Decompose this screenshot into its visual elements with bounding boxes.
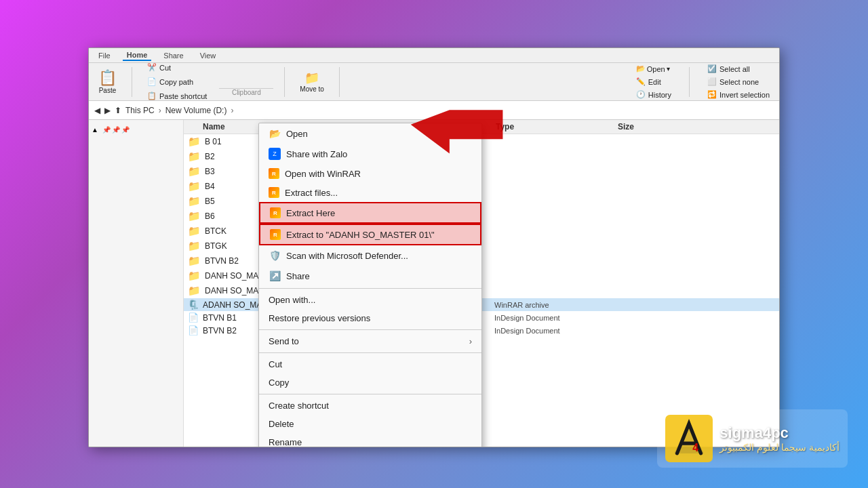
tab-file[interactable]: File bbox=[94, 51, 115, 60]
folder-icon: 📁 bbox=[188, 225, 201, 237]
tab-share[interactable]: Share bbox=[159, 51, 187, 60]
open-label: Open bbox=[647, 65, 665, 73]
ctx-share-zalo-label: Share with Zalo bbox=[286, 149, 347, 159]
divider-4 bbox=[689, 67, 690, 97]
folder-icon: 📁 bbox=[188, 150, 201, 163]
logo-arabic-text: أكاديمية سيجما لعلوم الكمبيوتر bbox=[719, 442, 840, 453]
select-all-label: Select all bbox=[719, 65, 750, 73]
file-type: WinRAR archive bbox=[494, 301, 616, 309]
ctx-delete[interactable]: Delete bbox=[259, 415, 481, 433]
open-btn-row: 📂 Open ▾ bbox=[632, 62, 675, 75]
select-all-button[interactable]: ☑️ Select all bbox=[703, 62, 774, 75]
breadcrumb-thispc[interactable]: This PC bbox=[125, 106, 155, 115]
paste-label: Paste bbox=[99, 87, 117, 94]
indesign-icon-1: 📄 bbox=[188, 312, 199, 323]
nav-up[interactable]: ⬆ bbox=[115, 106, 121, 115]
ctx-scan[interactable]: 🛡️ Scan with Microsoft Defender... bbox=[259, 245, 481, 266]
ctx-extract-to-icon: R bbox=[270, 229, 281, 240]
ctx-open-with[interactable]: Open with... bbox=[259, 291, 481, 309]
ctx-send-to-label: Send to bbox=[269, 336, 299, 346]
copy-path-button[interactable]: 📄 Copy path bbox=[143, 75, 211, 88]
ctx-rename[interactable]: Rename bbox=[259, 433, 481, 447]
move-to-button[interactable]: 📁 Move to bbox=[296, 68, 328, 95]
history-icon: 🕐 bbox=[636, 90, 646, 99]
ctx-extract-files[interactable]: R Extract files... bbox=[259, 183, 481, 202]
ctx-sep-1 bbox=[259, 288, 481, 289]
ctx-share[interactable]: ↗️ Share bbox=[259, 266, 481, 286]
ctx-open-winrar-label: Open with WinRAR bbox=[285, 169, 361, 179]
paste-shortcut-button[interactable]: 📋 Paste shortcut bbox=[143, 89, 211, 102]
invert-icon: 🔁 bbox=[707, 90, 717, 99]
ctx-delete-label: Delete bbox=[269, 419, 294, 429]
nav-forward[interactable]: ▶ bbox=[104, 106, 111, 115]
invert-selection-button[interactable]: 🔁 Invert selection bbox=[703, 88, 774, 101]
column-type[interactable]: Type bbox=[496, 122, 618, 131]
breadcrumb-volume[interactable]: New Volume (D:) bbox=[165, 106, 227, 115]
select-none-button[interactable]: ⬜ Select none bbox=[703, 75, 774, 88]
ctx-shield-icon: 🛡️ bbox=[269, 249, 281, 262]
sidebar-pin-top-icon[interactable]: 📌 bbox=[102, 126, 111, 134]
sidebar-pin3-icon[interactable]: 📌 bbox=[121, 126, 130, 134]
ctx-create-shortcut-label: Create shortcut bbox=[269, 401, 329, 411]
select-none-label: Select none bbox=[719, 78, 759, 86]
ctx-sep-4 bbox=[259, 394, 481, 394]
select-all-icon: ☑️ bbox=[707, 64, 717, 73]
column-size[interactable]: Size bbox=[618, 122, 672, 131]
ctx-scan-label: Scan with Microsoft Defender... bbox=[286, 251, 408, 261]
sidebar-expand-icon[interactable]: ▲ bbox=[92, 126, 98, 134]
ctx-create-shortcut[interactable]: Create shortcut bbox=[259, 396, 481, 415]
cut-icon: ✂️ bbox=[147, 63, 157, 72]
folder-icon: 📁 bbox=[188, 255, 201, 267]
svg-marker-1 bbox=[411, 110, 503, 153]
folder-icon: 📁 bbox=[188, 136, 201, 148]
file-type: InDesign Document bbox=[494, 314, 616, 322]
folder-icon: 📁 bbox=[188, 180, 201, 192]
paste-shortcut-icon: 📋 bbox=[147, 92, 157, 100]
ctx-cut[interactable]: Cut bbox=[259, 355, 481, 373]
tab-home[interactable]: Home bbox=[123, 50, 152, 61]
cut-button[interactable]: ✂️ Cut bbox=[143, 61, 211, 74]
copy-path-label: Copy path bbox=[159, 78, 193, 86]
paste-button[interactable]: 📋 Paste bbox=[94, 67, 121, 96]
file-type: InDesign Document bbox=[494, 327, 616, 335]
select-none-icon: ⬜ bbox=[707, 77, 717, 86]
ctx-extract-here[interactable]: R Extract Here bbox=[259, 202, 481, 224]
ctx-sep-2 bbox=[259, 329, 481, 330]
move-to-label: Move to bbox=[300, 85, 324, 93]
cut-label: Cut bbox=[159, 64, 171, 72]
logo-area: 4 sigma4pc أكاديمية سيجما لعلوم الكمبيوت… bbox=[657, 409, 848, 468]
ribbon-right: 📂 Open ▾ ✏️ Edit 🕐 History ☑️ bbox=[632, 62, 774, 101]
invert-label: Invert selection bbox=[719, 91, 770, 99]
paste-icon: 📋 bbox=[98, 69, 117, 87]
clipboard-group-label: Clipboard bbox=[219, 88, 273, 98]
divider-1 bbox=[132, 67, 132, 97]
red-arrow-pointer bbox=[400, 100, 509, 168]
winrar-file-icon: 🗜️ bbox=[188, 300, 199, 310]
open-icon: 📂 bbox=[636, 64, 646, 73]
ctx-send-to[interactable]: Send to › bbox=[259, 332, 481, 350]
sigma-logo-icon: 4 bbox=[665, 415, 713, 462]
edit-button[interactable]: ✏️ Edit bbox=[632, 75, 675, 88]
open-dropdown-icon[interactable]: ▾ bbox=[667, 65, 670, 73]
tab-view[interactable]: View bbox=[196, 51, 220, 60]
history-label: History bbox=[648, 91, 671, 99]
ctx-zalo-icon: Z bbox=[269, 148, 281, 160]
ctx-winrar-icon: R bbox=[269, 168, 279, 179]
ctx-restore[interactable]: Restore previous versions bbox=[259, 309, 481, 327]
sidebar-collapse-row: ▲ 📌 📌 📌 bbox=[89, 124, 183, 136]
context-menu: 📂 Open Z Share with Zalo R Open with Win… bbox=[258, 123, 482, 447]
nav-back[interactable]: ◀ bbox=[94, 106, 100, 115]
sidebar-pin2-icon[interactable]: 📌 bbox=[112, 126, 120, 134]
ctx-submenu-arrow: › bbox=[469, 336, 472, 346]
folder-icon: 📁 bbox=[188, 285, 201, 297]
history-button[interactable]: 🕐 History bbox=[632, 88, 675, 101]
folder-icon: 📁 bbox=[188, 210, 201, 222]
svg-text:4: 4 bbox=[693, 442, 699, 453]
clipboard-group: ✂️ Cut 📄 Copy path 📋 Paste shortcut bbox=[143, 61, 211, 102]
ctx-copy[interactable]: Copy bbox=[259, 373, 481, 392]
ctx-restore-label: Restore previous versions bbox=[269, 313, 370, 323]
move-to-icon: 📁 bbox=[304, 70, 319, 85]
folder-icon: 📁 bbox=[188, 165, 201, 178]
ctx-extract-to[interactable]: R Extract to "ADANH SO_MASTER 01\" bbox=[259, 224, 481, 245]
open-button[interactable]: 📂 Open ▾ bbox=[632, 62, 674, 75]
